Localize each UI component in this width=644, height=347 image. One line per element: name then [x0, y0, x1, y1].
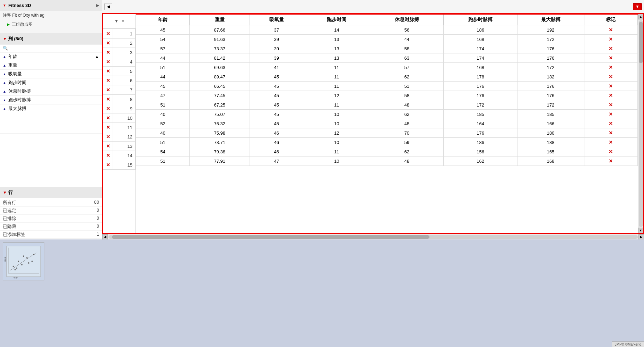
toolbar-left-arrow[interactable]: ◀ [104, 3, 112, 10]
col-header-restpulse[interactable]: 休息时脉搏 [370, 14, 444, 25]
cell-restpulse: 51 [370, 82, 444, 91]
cell-maxpulse: 168 [517, 156, 584, 166]
col-header-oxygen[interactable]: 吸氧量 [250, 14, 303, 25]
cell-oxygen: 46 [250, 128, 303, 138]
row-exclude-mark[interactable]: ✕ [106, 162, 110, 168]
rows-dropdown-icon[interactable]: ▼ [3, 190, 7, 195]
row-number: 12 [113, 132, 136, 142]
row-exclude-mark[interactable]: ✕ [106, 115, 110, 121]
cell-restpulse: 59 [370, 138, 444, 147]
cell-marker: ✕ [584, 44, 637, 53]
row-indicator: ✕ 13 [103, 142, 136, 151]
row-exclude-mark[interactable]: ✕ [106, 31, 110, 36]
row-exclude-mark[interactable]: ✕ [106, 78, 110, 83]
svg-point-4 [23, 255, 24, 257]
columns-dropdown-icon[interactable]: ▼ [3, 36, 7, 41]
cell-weight: 77.91 [190, 156, 250, 166]
cell-weight: 66.45 [190, 82, 250, 91]
right-scrollbar[interactable]: ▲ ▼ [638, 14, 643, 233]
col-header-runtime[interactable]: 跑步时间 [303, 14, 370, 25]
row-exclude-mark[interactable]: ✕ [106, 106, 110, 111]
column-list: ▲ 年龄 ▲ ▲ 重量 ▲ 吸氧量 ▲ 跑步时间 ▲ 休息时脉搏 ▲ [0, 52, 102, 187]
column-item-maxpulse[interactable]: ▲ 最大脉搏 [0, 104, 102, 113]
cell-maxpulse: 180 [517, 128, 584, 138]
cell-oxygen: 45 [250, 119, 303, 128]
cell-maxpulse: 192 [517, 25, 584, 35]
row-indicator: ✕ 15 [103, 160, 136, 170]
row-indicator: ✕ 10 [103, 113, 136, 123]
row-exclude-mark[interactable]: ✕ [106, 143, 110, 149]
collapse-icon[interactable]: ▼ [3, 3, 6, 7]
cell-age: 54 [136, 147, 190, 156]
sidebar-title-bar[interactable]: ▼ Fitness 3D ▶ [0, 0, 102, 11]
row-exclude-mark[interactable]: ✕ [106, 87, 110, 93]
column-item-weight[interactable]: ▲ 重量 [0, 61, 102, 70]
vertical-scrolltrack[interactable] [639, 20, 643, 227]
scroll-up-btn[interactable]: ▲ [638, 14, 644, 19]
row-indicator-list: ✕ 1 ✕ 2 ✕ 3 ✕ 4 ✕ 5 ✕ [103, 29, 136, 233]
hscroll-thumb[interactable] [112, 235, 429, 239]
cell-oxygen: 46 [250, 147, 303, 156]
cell-age: 51 [136, 63, 190, 72]
row-exclude-mark[interactable]: ✕ [106, 50, 110, 55]
toolbar-down-arrow[interactable]: ▼ [633, 3, 642, 10]
scatter-item[interactable]: ▶ 三维散点图 [0, 20, 102, 29]
row-exclude-mark[interactable]: ✕ [106, 40, 110, 46]
row-number: 4 [113, 57, 136, 67]
column-item-restpulse[interactable]: ▲ 休息时脉搏 [0, 87, 102, 96]
expand-icon[interactable]: ▶ [96, 3, 99, 7]
data-table: 年龄 重量 吸氧量 跑步时间 休息时脉搏 跑步时脉搏 最大脉搏 标记 45 87… [136, 14, 638, 166]
row-exclude-mark[interactable]: ✕ [106, 68, 110, 74]
cell-oxygen: 45 [250, 100, 303, 110]
cell-age: 44 [136, 72, 190, 82]
col-indicator-header-btn[interactable]: ▼ [114, 19, 119, 24]
cell-restpulse: 48 [370, 119, 444, 128]
horizontal-scrollbar[interactable]: ◀ ▶ [102, 234, 644, 239]
cell-weight: 91.63 [190, 35, 250, 44]
scroll-down-btn[interactable]: ▼ [638, 228, 644, 233]
cell-restpulse: 62 [370, 72, 444, 82]
row-exclude-mark[interactable]: ✕ [106, 134, 110, 139]
col-header-runpulse[interactable]: 跑步时脉搏 [444, 14, 517, 25]
cell-runpulse: 168 [444, 35, 517, 44]
columns-section-label: 列 (8/0) [8, 36, 23, 42]
row-exclude-mark[interactable]: ✕ [106, 153, 110, 158]
svg-rect-1 [7, 246, 41, 277]
col-header-marker[interactable]: 标记 [584, 14, 637, 25]
scroll-right-btn[interactable]: ▶ [638, 234, 644, 240]
columns-section-header[interactable]: ▼ 列 (8/0) [0, 33, 102, 44]
vertical-scrollthumb[interactable] [639, 22, 643, 63]
col-header-age[interactable]: 年龄 [136, 14, 190, 25]
col-sort-btn[interactable]: = [122, 19, 124, 24]
cell-runtime: 11 [303, 82, 370, 91]
scatter-label: 三维散点图 [12, 22, 33, 27]
row-indicator: ✕ 11 [103, 123, 136, 132]
col-header-weight[interactable]: 重量 [190, 14, 250, 25]
column-search-area[interactable]: 🔍 [0, 44, 102, 52]
row-exclude-mark[interactable]: ✕ [106, 96, 110, 102]
col-sort-icon: ▲ [3, 107, 6, 111]
cell-restpulse: 62 [370, 147, 444, 156]
row-exclude-mark[interactable]: ✕ [106, 125, 110, 130]
cell-restpulse: 63 [370, 53, 444, 63]
sidebar: ▼ Fitness 3D ▶ 注释 Fit of Oxy with ag ▶ 三… [0, 0, 102, 239]
cell-runpulse: 172 [444, 100, 517, 110]
svg-point-7 [14, 269, 16, 271]
main-table-scroll[interactable]: 年龄 重量 吸氧量 跑步时间 休息时脉搏 跑步时脉搏 最大脉搏 标记 45 87… [136, 14, 638, 233]
cell-weight: 76.32 [190, 119, 250, 128]
row-indicator: ✕ 8 [103, 95, 136, 104]
hscroll-track[interactable] [108, 235, 638, 239]
rows-section-header[interactable]: ▼ 行 [0, 187, 102, 198]
col-header-maxpulse[interactable]: 最大脉搏 [517, 14, 584, 25]
column-item-runpulse[interactable]: ▲ 跑步时脉搏 [0, 96, 102, 104]
column-item-oxygen[interactable]: ▲ 吸氧量 [0, 70, 102, 78]
column-item-runtime[interactable]: ▲ 跑步时间 [0, 78, 102, 87]
thumbnail-preview[interactable]: 年龄 吸氧量 [3, 242, 44, 280]
scroll-left-btn[interactable]: ◀ [102, 234, 108, 240]
rows-excluded: 已排除 0 [0, 215, 102, 223]
cell-maxpulse: 166 [517, 119, 584, 128]
row-number: 7 [113, 85, 136, 95]
cell-marker: ✕ [584, 91, 637, 100]
column-item-age[interactable]: ▲ 年龄 ▲ [0, 52, 102, 61]
row-exclude-mark[interactable]: ✕ [106, 59, 110, 65]
